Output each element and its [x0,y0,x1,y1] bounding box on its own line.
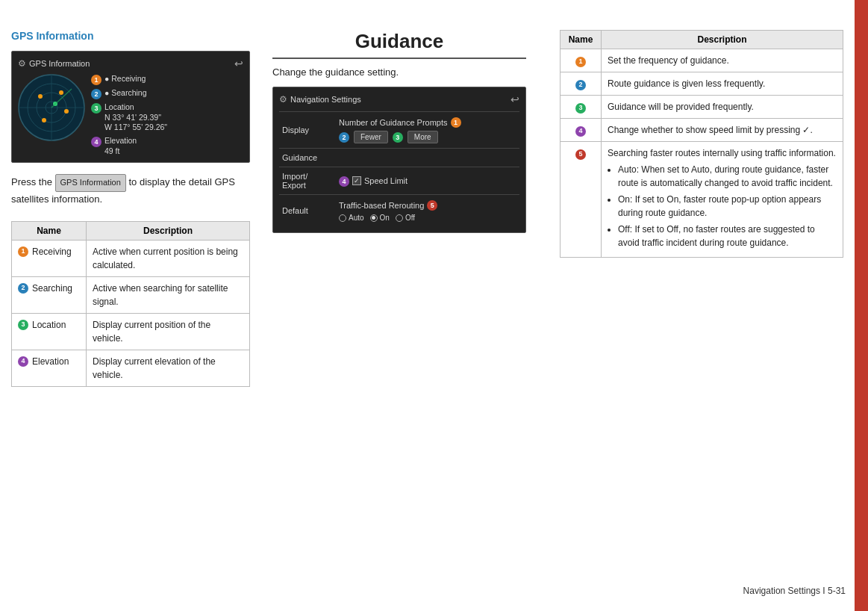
radio-circle-on [370,214,378,222]
radio-auto[interactable]: Auto [339,214,364,222]
nav-box-header: ⚙ Navigation Settings ↩ [279,93,519,105]
gps-item-searching: 2 ● Searching [91,88,243,99]
badge-num4: 4 [339,176,349,187]
badge-4: 4 [91,137,102,147]
radio-on[interactable]: On [370,214,390,222]
gps-radar [18,74,85,141]
left-section: GPS Information ⚙ GPS Information ↩ [0,30,254,387]
name-cell-receiving: 1 Receiving [18,245,80,258]
badge-3: 3 [91,103,102,114]
table-row: 2 Searching Active when searching for sa… [12,276,250,313]
svg-point-8 [64,109,69,114]
svg-point-9 [42,118,46,122]
badge-num3: 3 [393,132,403,143]
nav-label-import: Import/Export [282,172,334,190]
right-col-name-header: Name [561,31,602,49]
fewer-button[interactable]: Fewer [354,131,388,143]
right-section: Name Description 1 Set the frequency of … [552,30,851,258]
badge-elevation: 4 [18,356,28,367]
gps-items: 1 ● Receiving 2 ● Searching 3 LocationN … [91,74,243,156]
middle-section: Guidance Change the guidance setting. ⚙ … [265,30,534,233]
gps-item-elevation: 4 Elevation49 ft [91,136,243,156]
table-row: 3 Location Display current position of t… [12,313,250,350]
gps-box-label: GPS Information [29,59,90,68]
badge-num2: 2 [339,132,349,143]
gps-info-title: GPS Information [11,30,243,42]
nav-gear-icon: ⚙ [279,94,287,105]
badge-r3: 3 [575,103,586,114]
radio-circle-auto [339,214,346,222]
table-row: 2 Route guidance is given less frequentl… [561,72,843,96]
nav-row-default: Default Traffic-based Rerouting 5 Auto O… [279,194,519,226]
nav-box-label: Navigation Settings [290,95,361,104]
badge-num5: 5 [427,200,437,211]
nav-label-display: Display [282,125,334,134]
nav-row-import-export: Import/Export 4 ✓ Speed Limit [279,167,519,194]
more-button[interactable]: More [408,131,438,143]
desc-r5: Searching faster routes internally using… [602,142,843,258]
bullet-list: Auto: When set to Auto, during route gui… [608,163,837,249]
desc-r1: Set the frequency of guidance. [602,49,843,72]
table-row: 5 Searching faster routes internally usi… [561,142,843,258]
gps-info-box: ⚙ GPS Information ↩ [11,51,250,163]
col-name-header: Name [12,221,87,240]
gps-box-header: ⚙ GPS Information ↩ [18,58,243,69]
gps-info-table: Name Description 1 Receiving Active when… [11,221,250,387]
badge-r1: 1 [575,57,586,67]
guidance-table: Name Description 1 Set the frequency of … [560,30,843,258]
nav-label-default: Default [282,206,334,215]
svg-point-7 [59,90,63,95]
table-row: 4 Elevation Display current elevation of… [12,350,250,386]
speed-limit-checkbox[interactable]: ✓ Speed Limit [352,176,408,185]
badge-r2: 2 [575,80,586,90]
nav-row-guidance: Guidance [279,148,519,167]
back-icon: ↩ [234,58,243,69]
badge-r4: 4 [575,126,586,137]
page-number: Navigation Settings I 5-31 [743,586,846,596]
name-cell-location: 3 Location [18,318,80,332]
table-row: 3 Guidance will be provided frequently. [561,96,843,119]
nav-settings-box: ⚙ Navigation Settings ↩ Display Number o… [272,87,526,233]
gps-item-location: 3 LocationN 33° 41' 29.39"W 117° 55' 29.… [91,102,243,133]
badge-2: 2 [91,89,102,99]
checkbox-icon: ✓ [352,176,361,185]
table-row: 1 Set the frequency of guidance. [561,49,843,72]
gps-content: 1 ● Receiving 2 ● Searching 3 LocationN … [18,74,243,156]
nav-label-guidance: Guidance [282,153,334,162]
traffic-rerouting-label: Traffic-based Rerouting [339,201,424,210]
nav-display-value: Number of Guidance Prompts [339,118,448,127]
table-row: 1 Receiving Active when current position… [12,240,250,276]
desc-receiving: Active when current position is being ca… [87,240,250,276]
list-item: On: If set to On, faster route pop-up op… [618,193,837,220]
badge-r5: 5 [575,149,586,160]
name-cell-searching: 2 Searching [18,282,80,295]
rerouting-radio-group: Auto On Off [339,214,516,222]
gps-info-button[interactable]: GPS Information [55,174,126,192]
list-item: Off: If set to Off, no faster routes are… [618,223,837,249]
gps-item-receiving: 1 ● Receiving [91,74,243,85]
table-row: 4 Change whether to show speed limit by … [561,119,843,142]
desc-r3: Guidance will be provided frequently. [602,96,843,119]
nav-row-display: Display Number of Guidance Prompts 1 2 F… [279,111,519,148]
guidance-title: Guidance [272,30,526,59]
radio-off[interactable]: Off [396,214,415,222]
radio-circle-off [396,214,403,222]
svg-point-6 [38,94,43,99]
col-desc-header: Description [87,221,250,240]
nav-back-icon: ↩ [511,93,519,105]
gear-icon: ⚙ [18,58,26,69]
badge-receiving: 1 [18,246,28,257]
badge-location: 3 [18,320,28,330]
desc-r4: Change whether to show speed limit by pr… [602,119,843,142]
press-info-text: Press the GPS Information to display the… [11,174,243,207]
right-col-desc-header: Description [602,31,843,49]
guidance-subtitle: Change the guidance setting. [272,66,526,78]
desc-r2: Route guidance is given less frequently. [602,72,843,96]
right-accent-bar [855,0,868,611]
name-cell-elevation: 4 Elevation [18,355,80,368]
checkbox-label: Speed Limit [364,176,408,185]
desc-location: Display current position of the vehicle. [87,313,250,350]
badge-1: 1 [91,75,102,85]
badge-searching: 2 [18,283,28,294]
list-item: Auto: When set to Auto, during route gui… [618,163,837,190]
